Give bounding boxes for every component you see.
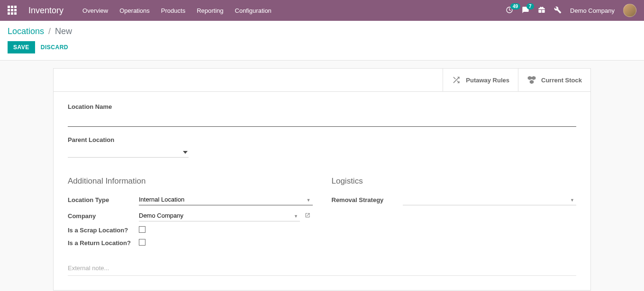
return-location-checkbox[interactable]	[139, 239, 145, 246]
additional-info-column: Additional Information Location Type ▼	[68, 167, 313, 249]
external-note-input[interactable]	[68, 261, 576, 276]
save-button[interactable]: SAVE	[8, 41, 35, 53]
removal-strategy-input[interactable]	[403, 194, 577, 205]
messages-icon[interactable]: 7	[522, 6, 529, 15]
current-stock-button[interactable]: Current Stock	[518, 69, 590, 91]
breadcrumb-parent[interactable]: Locations	[8, 26, 44, 36]
current-stock-label: Current Stock	[541, 77, 582, 84]
app-title: Inventory	[28, 6, 63, 16]
topbar: Inventory Overview Operations Products R…	[0, 0, 644, 21]
parent-location-label: Parent Location	[68, 136, 576, 143]
putaway-rules-label: Putaway Rules	[466, 77, 509, 84]
avatar[interactable]	[623, 4, 636, 17]
location-name-group: Location Name	[68, 103, 576, 127]
nav-reporting[interactable]: Reporting	[197, 7, 223, 14]
messages-badge: 7	[526, 3, 534, 9]
nav-operations[interactable]: Operations	[119, 7, 150, 14]
subheader: Locations / New SAVE DISCARD	[0, 21, 644, 61]
company-select[interactable]: ▼	[139, 210, 300, 221]
topbar-right: 49 7 Demo Company	[506, 4, 636, 17]
location-name-input[interactable]	[68, 113, 576, 127]
stat-buttons: Putaway Rules Current Stock	[54, 69, 590, 92]
location-type-label: Location Type	[68, 192, 139, 208]
gift-icon[interactable]	[538, 6, 545, 15]
company-input[interactable]	[139, 210, 300, 221]
action-buttons: SAVE DISCARD	[8, 41, 636, 53]
apps-icon[interactable]	[8, 6, 17, 15]
boxes-icon	[527, 75, 536, 85]
putaway-rules-button[interactable]: Putaway Rules	[443, 69, 518, 91]
tools-icon[interactable]	[554, 6, 562, 15]
location-type-input[interactable]	[139, 194, 313, 205]
two-column-section: Additional Information Location Type ▼	[68, 167, 576, 249]
removal-strategy-select[interactable]: ▼	[403, 194, 577, 205]
form-body: Location Name Parent Location Additional…	[54, 92, 590, 290]
discard-button[interactable]: DISCARD	[41, 44, 68, 51]
nav-configuration[interactable]: Configuration	[235, 7, 272, 14]
parent-location-dropdown[interactable]	[68, 146, 189, 158]
location-name-label: Location Name	[68, 103, 576, 110]
breadcrumb: Locations / New	[8, 26, 636, 36]
content: Putaway Rules Current Stock Location Nam…	[0, 61, 644, 291]
breadcrumb-current: New	[55, 26, 72, 36]
location-type-select[interactable]: ▼	[139, 194, 313, 205]
form-card: Putaway Rules Current Stock Location Nam…	[53, 68, 591, 291]
nav-links: Overview Operations Products Reporting C…	[82, 7, 272, 14]
external-link-icon[interactable]	[305, 212, 310, 220]
logistics-title: Logistics	[332, 176, 577, 186]
additional-info-title: Additional Information	[68, 176, 313, 186]
company-name[interactable]: Demo Company	[570, 7, 615, 14]
scrap-location-label: Is a Scrap Location?	[68, 224, 139, 237]
company-label: Company	[68, 208, 139, 224]
shuffle-icon	[452, 75, 461, 85]
scrap-location-checkbox[interactable]	[139, 226, 145, 233]
logistics-column: Logistics Removal Strategy ▼	[332, 167, 577, 249]
removal-strategy-label: Removal Strategy	[332, 192, 403, 208]
activity-badge: 49	[510, 3, 520, 9]
parent-location-group: Parent Location	[68, 136, 576, 158]
nav-overview[interactable]: Overview	[82, 7, 108, 14]
parent-location-input[interactable]	[68, 146, 189, 158]
breadcrumb-separator: /	[48, 26, 51, 36]
return-location-label: Is a Return Location?	[68, 237, 139, 249]
nav-products[interactable]: Products	[161, 7, 185, 14]
activity-icon[interactable]: 49	[506, 6, 513, 15]
